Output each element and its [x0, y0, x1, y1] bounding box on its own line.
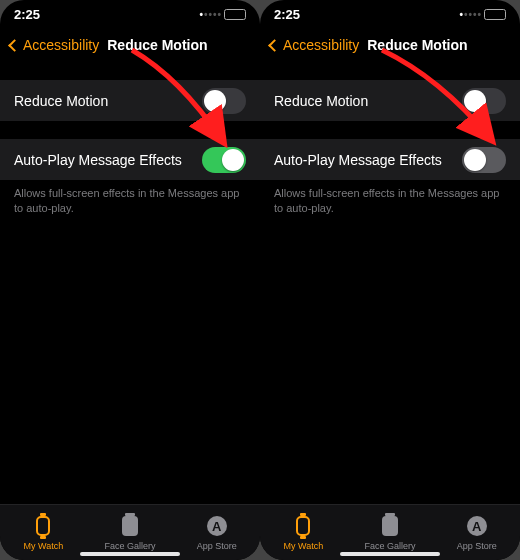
row-reduce-motion[interactable]: Reduce Motion — [260, 80, 520, 121]
back-label: Accessibility — [283, 37, 359, 53]
tab-label: My Watch — [24, 541, 64, 551]
status-bar: 2:25 ••••• — [260, 0, 520, 28]
tab-label: My Watch — [284, 541, 324, 551]
cell-signal-icon: ••••• — [199, 9, 222, 20]
row-label: Reduce Motion — [274, 93, 368, 109]
tab-label: App Store — [457, 541, 497, 551]
face-gallery-icon — [382, 516, 398, 536]
page-title: Reduce Motion — [107, 37, 207, 53]
row-autoplay[interactable]: Auto-Play Message Effects — [260, 139, 520, 180]
tab-label: App Store — [197, 541, 237, 551]
toggle-autoplay[interactable] — [202, 147, 246, 173]
toggle-reduce-motion[interactable] — [462, 88, 506, 114]
tab-my-watch[interactable]: My Watch — [0, 505, 87, 560]
comparison-stage: 2:25 ••••• Accessibility Reduce Motion R… — [0, 0, 520, 560]
page-title: Reduce Motion — [367, 37, 467, 53]
chevron-left-icon — [8, 39, 21, 52]
nav-bar: Accessibility Reduce Motion — [260, 28, 520, 62]
tab-app-store[interactable]: A App Store — [433, 505, 520, 560]
home-indicator[interactable] — [80, 552, 180, 556]
hint-text: Allows full-screen effects in the Messag… — [0, 180, 260, 222]
battery-icon — [224, 9, 246, 20]
app-store-icon: A — [207, 516, 227, 536]
toggle-autoplay[interactable] — [462, 147, 506, 173]
tab-label: Face Gallery — [104, 541, 155, 551]
back-button[interactable]: Accessibility — [10, 37, 99, 53]
face-gallery-icon — [122, 516, 138, 536]
watch-icon — [296, 516, 310, 536]
clock: 2:25 — [274, 7, 300, 22]
row-label: Reduce Motion — [14, 93, 108, 109]
row-label: Auto-Play Message Effects — [14, 152, 182, 168]
back-button[interactable]: Accessibility — [270, 37, 359, 53]
app-store-icon: A — [467, 516, 487, 536]
hint-text: Allows full-screen effects in the Messag… — [260, 180, 520, 222]
toggle-reduce-motion[interactable] — [202, 88, 246, 114]
tab-my-watch[interactable]: My Watch — [260, 505, 347, 560]
row-autoplay[interactable]: Auto-Play Message Effects — [0, 139, 260, 180]
row-reduce-motion[interactable]: Reduce Motion — [0, 80, 260, 121]
phone-right: 2:25 ••••• Accessibility Reduce Motion R… — [260, 0, 520, 560]
nav-bar: Accessibility Reduce Motion — [0, 28, 260, 62]
tab-app-store[interactable]: A App Store — [173, 505, 260, 560]
watch-icon — [36, 516, 50, 536]
clock: 2:25 — [14, 7, 40, 22]
chevron-left-icon — [268, 39, 281, 52]
back-label: Accessibility — [23, 37, 99, 53]
status-bar: 2:25 ••••• — [0, 0, 260, 28]
home-indicator[interactable] — [340, 552, 440, 556]
battery-icon — [484, 9, 506, 20]
tab-label: Face Gallery — [364, 541, 415, 551]
phone-left: 2:25 ••••• Accessibility Reduce Motion R… — [0, 0, 260, 560]
cell-signal-icon: ••••• — [459, 9, 482, 20]
row-label: Auto-Play Message Effects — [274, 152, 442, 168]
